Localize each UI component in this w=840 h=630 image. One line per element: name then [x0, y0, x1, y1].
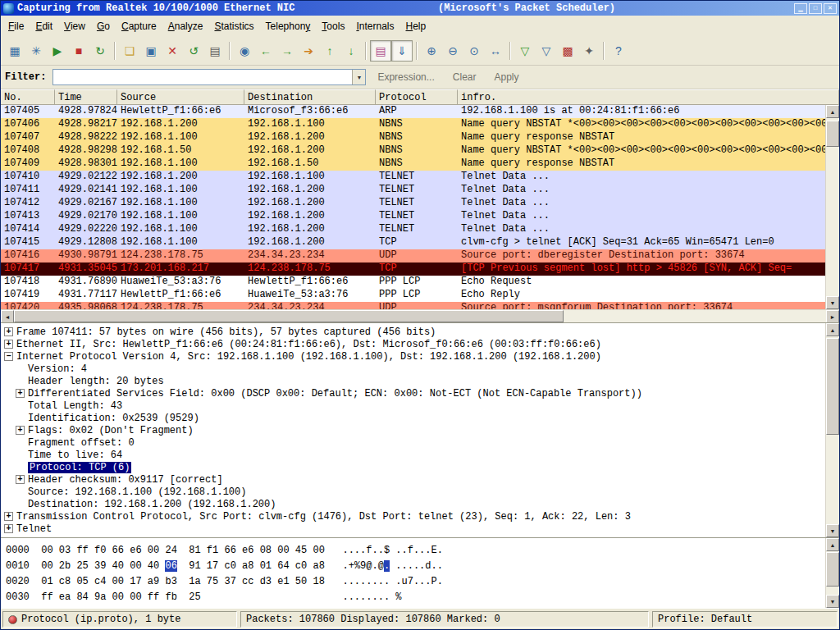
detail-row[interactable]: +Frame 107411: 57 bytes on wire (456 bit… — [1, 326, 825, 338]
expand-icon[interactable]: + — [4, 340, 13, 349]
menu-statistics[interactable]: Statistics — [208, 17, 259, 35]
scroll-down-icon[interactable]: ▼ — [826, 524, 839, 537]
packet-row[interactable]: 1074174931.35045173.201.168.217124.238.1… — [1, 262, 825, 276]
menu-tools[interactable]: Tools — [316, 17, 350, 35]
packet-row[interactable]: 1074054928.97824HewlettP_f1:66:e6Microso… — [1, 105, 825, 118]
colorize-list-button[interactable]: ▤ — [370, 40, 391, 62]
capture-start-button[interactable]: ▶ — [47, 40, 68, 62]
detail-row[interactable]: +Transmission Control Protocol, Src Port… — [1, 510, 825, 523]
packet-row[interactable]: 1074134929.02170192.168.1.100192.168.1.2… — [1, 210, 825, 223]
scroll-track[interactable] — [826, 118, 839, 296]
packet-row[interactable]: 1074114929.02141192.168.1.100192.168.1.2… — [1, 184, 825, 197]
expand-icon[interactable]: + — [4, 512, 13, 521]
packet-row[interactable]: 1074204935.98068124.238.178.75234.34.23.… — [1, 302, 825, 309]
scroll-track[interactable] — [826, 336, 839, 524]
filter-dropdown-icon[interactable]: ▼ — [352, 70, 365, 84]
hex-row[interactable]: 0030 ff ea 84 9a 00 00 ff fb 25 ........… — [6, 590, 825, 605]
hex-row[interactable]: 0000 00 03 ff f0 66 e6 00 24 81 f1 66 e6… — [6, 543, 825, 559]
zoom-100-button[interactable]: ⊙ — [463, 40, 485, 62]
minimize-button[interactable]: ▁ — [794, 3, 807, 14]
go-to-top-button[interactable]: ↑ — [319, 40, 340, 62]
detail-row[interactable]: +Flags: 0x02 (Don't Fragment) — [1, 424, 825, 436]
go-forward-button[interactable]: → — [276, 40, 298, 62]
detail-row[interactable]: Fragment offset: 0 — [1, 436, 825, 449]
go-to-bottom-button[interactable]: ↓ — [340, 40, 362, 62]
zoom-out-button[interactable]: ⊖ — [442, 40, 463, 62]
scroll-down-icon[interactable]: ▼ — [826, 296, 839, 309]
packet-row[interactable]: 1074194931.77117HewlettP_f1:66:e6HuaweiT… — [1, 289, 825, 302]
print-button[interactable]: ▤ — [204, 40, 226, 62]
menu-view[interactable]: View — [58, 17, 91, 35]
column-header-destination[interactable]: Destination — [244, 89, 376, 104]
packet-row[interactable]: 1074064928.98217192.168.1.200192.168.1.1… — [1, 118, 825, 131]
scroll-down-icon[interactable]: ▼ — [826, 595, 839, 608]
title-bar[interactable]: Capturing from Realtek 10/100/1000 Ether… — [1, 1, 839, 16]
expand-icon[interactable]: + — [16, 426, 25, 435]
hex-row[interactable]: 0020 01 c8 05 c4 00 17 a9 b3 1a 75 37 cc… — [6, 574, 825, 590]
packet-row[interactable]: 1074074928.98222192.168.1.100192.168.1.2… — [1, 131, 825, 144]
status-profile[interactable]: Profile: Default — [652, 611, 838, 628]
scroll-left-icon[interactable]: ◄ — [1, 310, 14, 323]
zoom-in-button[interactable]: ⊕ — [421, 40, 442, 62]
collapse-icon[interactable]: − — [4, 352, 13, 361]
expand-icon[interactable]: + — [4, 327, 13, 336]
detail-row[interactable]: Identification: 0x2539 (9529) — [1, 412, 825, 424]
reload-button[interactable]: ↺ — [183, 40, 204, 62]
packet-row[interactable]: 1074144929.02220192.168.1.100192.168.1.2… — [1, 223, 825, 236]
menu-file[interactable]: File — [2, 17, 30, 35]
menu-edit[interactable]: Edit — [30, 17, 58, 35]
hex-row[interactable]: 0010 00 2b 25 39 40 00 40 06 91 17 c0 a8… — [6, 559, 825, 574]
open-file-button[interactable]: ❏ — [119, 40, 140, 62]
menu-help[interactable]: Help — [400, 17, 432, 35]
scroll-up-icon[interactable]: ▲ — [826, 538, 839, 551]
expression-button[interactable]: Expression... — [372, 70, 439, 84]
auto-scroll-button[interactable]: ⇓ — [391, 40, 413, 62]
scroll-track[interactable] — [14, 310, 826, 322]
packet-row[interactable]: 1074154929.12808192.168.1.100192.168.1.2… — [1, 236, 825, 249]
go-to-packet-button[interactable]: ➔ — [298, 40, 319, 62]
detail-row[interactable]: +Differentiated Services Field: 0x00 (DS… — [1, 387, 825, 399]
scroll-track[interactable] — [826, 551, 839, 595]
filter-input[interactable] — [53, 71, 352, 84]
help-button[interactable]: ? — [608, 40, 629, 62]
find-packet-button[interactable]: ◉ — [234, 40, 255, 62]
packet-row[interactable]: 1074124929.02167192.168.1.100192.168.1.2… — [1, 197, 825, 210]
packet-row[interactable]: 1074084928.98298192.168.1.50192.168.1.20… — [1, 144, 825, 158]
hex-vscrollbar[interactable]: ▲ ▼ — [825, 538, 839, 608]
menu-telephony[interactable]: Telephony — [260, 17, 317, 35]
capture-stop-button[interactable]: ■ — [68, 40, 89, 62]
detail-row[interactable]: Version: 4 — [1, 363, 825, 375]
close-button[interactable]: ✕ — [824, 3, 837, 14]
packet-row[interactable]: 1074184931.76890HuaweiTe_53:a3:76Hewlett… — [1, 276, 825, 289]
column-header-source[interactable]: Source — [117, 89, 244, 104]
scroll-right-icon[interactable]: ► — [826, 310, 839, 323]
detail-row[interactable]: Total Length: 43 — [1, 399, 825, 412]
menu-internals[interactable]: Internals — [350, 17, 399, 35]
scroll-up-icon[interactable]: ▲ — [826, 105, 839, 118]
capture-options-button[interactable]: ✳ — [25, 40, 47, 62]
close-file-button[interactable]: ✕ — [162, 40, 183, 62]
detail-row[interactable]: +Telnet — [1, 523, 825, 535]
maximize-button[interactable]: ☐ — [809, 3, 822, 14]
go-back-button[interactable]: ← — [255, 40, 276, 62]
scroll-thumb[interactable] — [14, 310, 564, 322]
interface-list-button[interactable]: ▦ — [4, 40, 25, 62]
packet-row[interactable]: 1074094928.98301192.168.1.100192.168.1.5… — [1, 158, 825, 171]
clear-button[interactable]: Clear — [448, 70, 482, 84]
column-header-protocol[interactable]: Protocol — [376, 89, 458, 104]
detail-row[interactable]: +Ethernet II, Src: HewlettP_f1:66:e6 (00… — [1, 338, 825, 350]
scroll-thumb[interactable] — [826, 338, 839, 435]
packet-row[interactable]: 1074164930.98791124.238.178.75234.34.23.… — [1, 249, 825, 262]
packet-row[interactable]: 1074104929.02122192.168.1.200192.168.1.1… — [1, 171, 825, 184]
column-header-no[interactable]: No. — [1, 89, 55, 104]
scroll-thumb[interactable] — [826, 121, 839, 147]
column-header-time[interactable]: Time — [55, 89, 117, 104]
scroll-up-icon[interactable]: ▲ — [826, 323, 839, 336]
save-file-button[interactable]: ▣ — [140, 40, 162, 62]
menu-go[interactable]: Go — [91, 17, 116, 35]
scroll-thumb[interactable] — [826, 552, 839, 587]
display-filter-button[interactable]: ▽ — [536, 40, 557, 62]
detail-row[interactable]: Time to live: 64 — [1, 449, 825, 461]
detail-row[interactable]: Source: 192.168.1.100 (192.168.1.100) — [1, 486, 825, 498]
details-vscrollbar[interactable]: ▲ ▼ — [825, 323, 839, 537]
